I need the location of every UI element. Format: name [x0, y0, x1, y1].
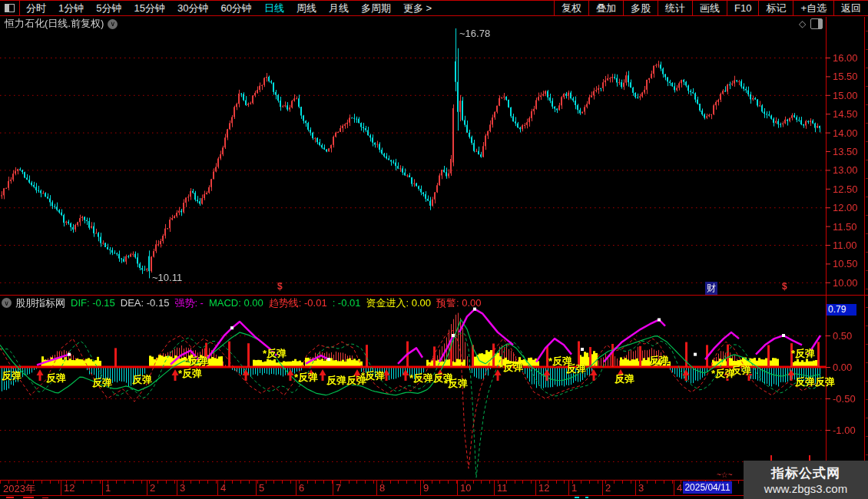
- month-label: 2: [150, 482, 155, 494]
- button-f10[interactable]: F10: [727, 1, 758, 15]
- time-axis-bar[interactable]: [0, 480, 868, 495]
- tab-5min[interactable]: 5分钟: [90, 2, 128, 15]
- month-label: 5: [259, 482, 264, 494]
- year-label: 2023年: [3, 482, 35, 496]
- chevron-down-icon[interactable]: ∨: [108, 19, 118, 29]
- price-axis-label: 11.00: [833, 240, 857, 251]
- tab-15min[interactable]: 15分钟: [128, 2, 171, 15]
- month-label: 10: [460, 482, 471, 494]
- rebound-signal-label: 反弹: [2, 369, 22, 383]
- tab-daily[interactable]: 日线: [258, 2, 290, 15]
- price-axis-label: 13.50: [833, 146, 858, 157]
- tab-more[interactable]: 更多 >: [397, 2, 438, 15]
- tab-60min[interactable]: 60分钟: [214, 2, 257, 15]
- diamond-icon[interactable]: ◇: [799, 18, 806, 29]
- tab-fenshi[interactable]: 分时: [20, 2, 52, 15]
- chart-title-row: 恒力石化(日线.前复权) ∨: [5, 18, 118, 30]
- app-window: 分时 1分钟 5分钟 15分钟 30分钟 60分钟 日线 周线 月线 多周期 更…: [0, 0, 868, 499]
- indicator-qushixian2-value: : -0.01: [333, 297, 361, 309]
- price-axis-label: 10.00: [833, 277, 858, 289]
- month-label: 4: [220, 482, 226, 494]
- indicator-macd-value: MACD: 0.00: [209, 297, 263, 309]
- watermark-site-name: 指标公式网: [771, 464, 840, 482]
- price-axis-label: 16.00: [833, 52, 858, 64]
- indicator-value-badge: 0.79: [827, 304, 856, 316]
- tab-multi-period[interactable]: 多周期: [355, 2, 397, 15]
- button-biaoji[interactable]: 标记: [758, 1, 793, 15]
- button-fuquan[interactable]: 复权: [554, 1, 588, 15]
- rebound-signal-label: 反弹: [615, 372, 634, 386]
- month-label: 1: [571, 482, 577, 494]
- month-label: 6: [299, 482, 304, 494]
- price-axis-label: 14.50: [833, 108, 858, 120]
- top-toolbar: 分时 1分钟 5分钟 15分钟 30分钟 60分钟 日线 周线 月线 多周期 更…: [0, 0, 868, 16]
- month-label: 12: [64, 482, 75, 494]
- month-label: 11: [497, 482, 508, 494]
- price-axis-label: 11.50: [833, 221, 857, 233]
- tab-1min[interactable]: 1分钟: [52, 2, 90, 15]
- price-axis-label: 10.50: [833, 258, 858, 269]
- button-diejia[interactable]: 叠加: [588, 1, 623, 15]
- month-label: 12: [538, 482, 549, 494]
- tab-weekly[interactable]: 周线: [290, 2, 323, 15]
- rebound-signal-label: *反弹: [178, 367, 202, 381]
- indicator-name[interactable]: 股朋指标网: [15, 296, 65, 310]
- indicator-axis-label: 0.50: [833, 330, 852, 342]
- price-axis-label: 15.50: [833, 71, 858, 82]
- watermark: 指标公式网 www.zbgs3.com: [744, 461, 868, 499]
- button-tongji[interactable]: 统计: [658, 1, 692, 15]
- indicator-axis-label: -1.00: [833, 425, 856, 436]
- month-label: 8: [379, 482, 385, 494]
- indicator-dea-value: DEA: -0.15: [121, 297, 170, 309]
- indicator-qiangshi-value: 强势: -: [174, 296, 204, 310]
- rebound-signal-label: *反弹: [791, 347, 815, 361]
- button-back[interactable]: 返回: [833, 1, 868, 15]
- button-add-favorite[interactable]: +自选: [793, 1, 833, 15]
- rebound-signal-label: 反弹: [46, 372, 66, 385]
- pane-split-icon[interactable]: [810, 18, 823, 29]
- month-label: 7: [336, 482, 341, 494]
- rebound-signal-label: 反弹: [566, 362, 586, 376]
- rebound-signal-label: 反弹: [132, 373, 152, 387]
- rebound-signal-label: *反弹: [499, 361, 523, 375]
- dollar-marker-icon: $: [277, 281, 283, 292]
- high-price-annotation: ~16.78: [459, 28, 490, 39]
- button-huaxian[interactable]: 画线: [692, 1, 727, 15]
- rebound-signal-label: 反弹反弹: [795, 375, 835, 389]
- window-split-icon: [5, 4, 15, 12]
- title-row-icons: ◇: [799, 18, 823, 29]
- price-axis-label: 12.00: [833, 202, 858, 213]
- toolbar-right-group: 复权 叠加 多股 统计 画线 F10 标记 +自选 返回: [554, 1, 868, 15]
- cai-badge: 财: [705, 282, 717, 295]
- month-label: 4: [677, 482, 682, 494]
- rebound-signal-label: 反弹: [649, 354, 669, 368]
- price-axis-label: 12.50: [833, 183, 858, 195]
- indicator-collapse-icon[interactable]: ∨: [2, 298, 12, 308]
- tab-monthly[interactable]: 月线: [323, 2, 355, 15]
- indicator-qushixian-value: 趋势线: -0.01: [269, 296, 327, 310]
- stock-title: 恒力石化(日线.前复权): [5, 17, 104, 31]
- rebound-signal-label: 反弹: [92, 376, 112, 390]
- rebound-signal-label: *反弹: [184, 355, 208, 368]
- rebound-signal-label: *反弹: [444, 377, 468, 391]
- month-label: 3: [638, 482, 644, 494]
- indicator-dif-value: DIF: -0.15: [71, 297, 115, 309]
- tab-30min[interactable]: 30分钟: [171, 2, 214, 15]
- indicator-header: ∨ 股朋指标网 DIF: -0.15 DEA: -0.15 强势: - MACD…: [2, 297, 487, 309]
- button-duogu[interactable]: 多股: [623, 1, 658, 15]
- chart-canvas[interactable]: [0, 0, 868, 499]
- dollar-marker-icon: $: [782, 281, 787, 292]
- rebound-signal-label: *反弹: [294, 371, 318, 385]
- month-label: 9: [423, 482, 429, 494]
- month-label: 3: [180, 482, 185, 494]
- rebound-signal-label: *反弹: [263, 347, 287, 361]
- star-mark: ~☆~: [717, 471, 733, 479]
- indicator-axis-label: 0.00: [833, 362, 852, 373]
- indicator-zijinjinru-value: 资金进入: 0.00: [366, 296, 431, 310]
- indicator-yujing-value: 预警: 0.00: [436, 296, 482, 310]
- month-label: 2: [605, 482, 611, 494]
- price-axis-label: 15.00: [833, 90, 858, 101]
- month-label: 1: [105, 482, 111, 494]
- window-split-button[interactable]: [0, 1, 20, 15]
- current-date-badge: 2025/04/11: [683, 481, 732, 494]
